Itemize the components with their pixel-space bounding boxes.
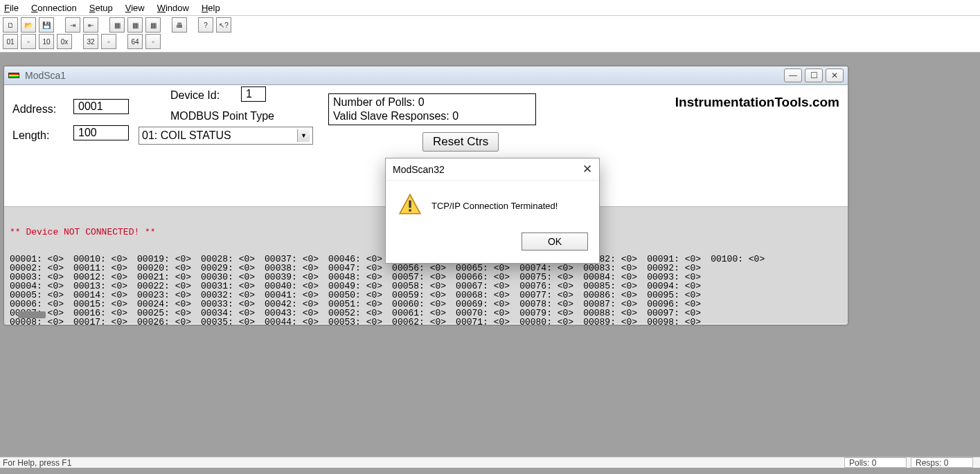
fmt-icon-6[interactable]: ▫	[101, 34, 116, 49]
grid-column: 00028: <0>00029: <0>00030: <0>00031: <0>…	[201, 255, 255, 325]
modbus-select[interactable]: 01: COIL STATUS ▼	[139, 127, 313, 145]
save-icon[interactable]: 💾	[39, 17, 54, 33]
length-label: Length:	[12, 129, 49, 142]
grid-column: 00082: <0>00083: <0>00084: <0>00085: <0>…	[583, 255, 637, 325]
grid-column: 00046: <0>00047: <0>00048: <0>00049: <0>…	[328, 255, 382, 325]
menu-window[interactable]: Window	[157, 3, 189, 13]
chevron-down-icon: ▼	[297, 129, 310, 142]
help-icon[interactable]: ?	[198, 17, 213, 33]
dialog-titlebar[interactable]: ModScan32 ✕	[386, 158, 599, 181]
grid-column: 00019: <0>00020: <0>00021: <0>00022: <0>…	[137, 255, 191, 325]
grid-column: 00010: <0>00011: <0>00012: <0>00013: <0>…	[73, 255, 127, 325]
menu-setup[interactable]: Setup	[89, 3, 113, 13]
menu-bar: File Connection Setup View Window Help	[0, 0, 980, 16]
menu-file[interactable]: File	[4, 3, 19, 13]
grid-cell: 00098: <0>	[647, 318, 701, 325]
dialog: ModScan32 ✕ TCP/IP Connection Terminated…	[385, 158, 600, 264]
toolbars: 🗋 📂 💾 ⇥ ⇤ ▦ ▦ ▦ 🖶 ? ↖? 01 ▫ 10 0x 32 ▫ 6…	[0, 16, 980, 53]
reset-button[interactable]: Reset Ctrs	[422, 132, 499, 152]
resps-text: Valid Slave Responses: 0	[333, 109, 531, 123]
grid-cell: 00044: <0>	[265, 318, 319, 325]
grid-column: 00100: <0>	[711, 255, 765, 325]
grid-column: 00064: <0>00065: <0>00066: <0>00067: <0>…	[456, 255, 510, 325]
tool-icon-3[interactable]: ▦	[145, 17, 161, 33]
fmt-icon-5[interactable]: 32	[83, 34, 98, 49]
child-titlebar[interactable]: ModSca1 — ☐ ✕	[4, 66, 848, 85]
polls-text: Number of Polls: 0	[333, 95, 531, 109]
tool-icon-2[interactable]: ▦	[127, 17, 143, 33]
grid-column: 00037: <0>00038: <0>00039: <0>00040: <0>…	[265, 255, 319, 325]
grid-cell: 00071: <0>	[456, 318, 510, 325]
grid-cell: 00080: <0>	[519, 318, 573, 325]
grid-cell: 00062: <0>	[392, 318, 446, 325]
close-icon[interactable]: ✕	[826, 69, 844, 82]
dialog-ok-button[interactable]: OK	[522, 233, 588, 250]
warning-icon	[398, 193, 422, 219]
fmt-icon-4[interactable]: 0x	[57, 34, 72, 49]
grid-cell: 00053: <0>	[328, 318, 382, 325]
modbus-label: MODBUS Point Type	[170, 110, 274, 122]
fmt-icon-7[interactable]: 64	[127, 34, 143, 49]
grid-cell: 00035: <0>	[201, 318, 255, 325]
print-icon[interactable]: 🖶	[172, 17, 187, 33]
tool-icon-1[interactable]: ▦	[109, 17, 125, 33]
status-help: For Help, press F1	[3, 458, 71, 468]
grid-column: 00055: <0>00056: <0>00057: <0>00058: <0>…	[392, 255, 446, 325]
disconnect-icon[interactable]: ⇤	[83, 17, 98, 33]
address-input[interactable]: 0001	[73, 99, 129, 114]
svg-rect-2	[409, 209, 411, 211]
dialog-message: TCP/IP Connection Terminated!	[431, 201, 558, 211]
fmt-icon-2[interactable]: ▫	[21, 34, 36, 49]
app-icon	[8, 73, 19, 78]
fmt-icon-1[interactable]: 01	[3, 34, 18, 49]
dialog-title: ModScan32	[393, 164, 445, 175]
child-title: ModSca1	[25, 70, 784, 81]
grid-cell: 00100: <0>	[711, 255, 765, 264]
length-input[interactable]: 100	[73, 125, 129, 140]
grid-column: 00073: <0>00074: <0>00075: <0>00076: <0>…	[519, 255, 573, 325]
grid-cell: 00089: <0>	[583, 318, 637, 325]
device-id-input[interactable]: 1	[241, 86, 266, 102]
fmt-icon-3[interactable]: 10	[39, 34, 54, 49]
svg-rect-1	[409, 201, 411, 208]
address-label: Address:	[12, 103, 56, 116]
minimize-icon[interactable]: —	[784, 69, 802, 82]
grid-cell: 00008: <0>	[10, 318, 64, 325]
resize-handle[interactable]	[18, 311, 46, 318]
fmt-icon-8[interactable]: ▫	[145, 34, 161, 49]
stats-box: Number of Polls: 0 Valid Slave Responses…	[328, 93, 536, 125]
menu-connection[interactable]: Connection	[31, 3, 77, 13]
connect-icon[interactable]: ⇥	[65, 17, 80, 33]
grid-cell: 00026: <0>	[137, 318, 191, 325]
device-id-label: Device Id:	[170, 89, 220, 102]
dialog-close-icon[interactable]: ✕	[582, 162, 592, 176]
grid-column: 00091: <0>00092: <0>00093: <0>00094: <0>…	[647, 255, 701, 325]
modbus-value: 01: COIL STATUS	[142, 129, 231, 142]
new-icon[interactable]: 🗋	[3, 17, 18, 33]
status-polls: Polls: 0	[844, 457, 907, 468]
open-icon[interactable]: 📂	[21, 17, 36, 33]
status-bar: For Help, press F1 Polls: 0 Resps: 0	[0, 457, 980, 468]
menu-view[interactable]: View	[125, 3, 145, 13]
brand-text: InstrumentationTools.com	[675, 95, 839, 110]
grid-cell: 00017: <0>	[73, 318, 127, 325]
status-resps: Resps: 0	[911, 457, 973, 468]
menu-help[interactable]: Help	[202, 3, 220, 13]
maximize-icon[interactable]: ☐	[805, 69, 823, 82]
context-help-icon[interactable]: ↖?	[216, 17, 231, 33]
